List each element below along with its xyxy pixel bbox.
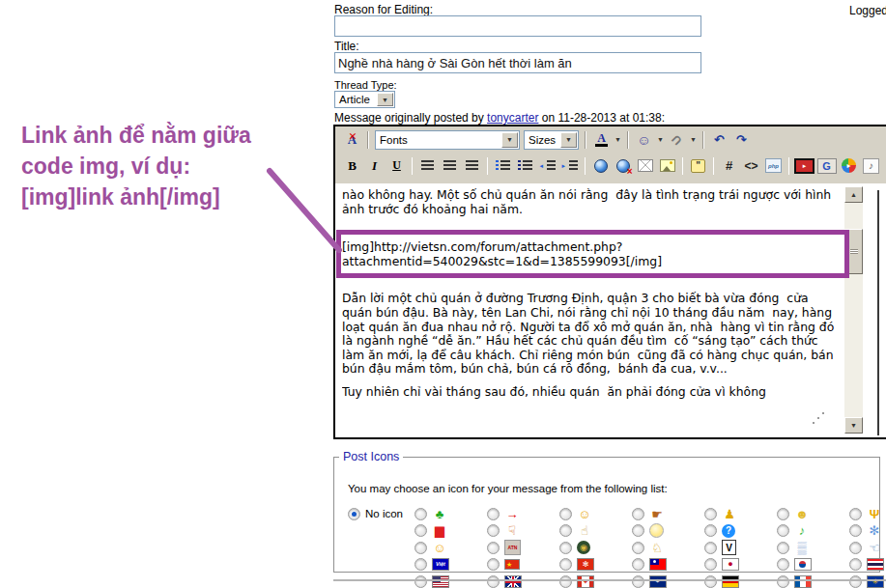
no-icon-radio[interactable] (348, 508, 360, 520)
post-icon-radio[interactable] (559, 575, 572, 588)
size-select[interactable]: Sizes▼ (524, 130, 579, 150)
post-icon-option[interactable]: ◉ (559, 540, 590, 555)
post-icon-radio[interactable] (632, 575, 644, 588)
post-icon-option[interactable]: Ψ (849, 506, 882, 521)
post-icon-option[interactable]: ● (704, 557, 739, 573)
post-icon-option[interactable]: ♟ (704, 506, 737, 521)
indent-button[interactable]: ▸ (559, 155, 580, 176)
bold-button[interactable]: B (342, 155, 362, 176)
underline-button[interactable]: U (386, 155, 407, 176)
unlink-button[interactable]: × (613, 155, 633, 176)
post-icon-option[interactable]: ☺ (414, 540, 447, 555)
remove-format-button[interactable]: A× (342, 129, 362, 150)
chevron-down-icon[interactable]: ▼ (501, 132, 518, 148)
post-icon-radio[interactable] (632, 558, 644, 571)
post-icon-radio[interactable] (414, 558, 427, 571)
post-icon-radio[interactable] (777, 508, 789, 520)
redo-button[interactable]: ↷ (731, 129, 752, 150)
post-icon-radio[interactable] (704, 558, 717, 571)
post-icon-option[interactable] (632, 523, 664, 539)
post-icon-radio[interactable] (849, 575, 862, 588)
title-input[interactable] (334, 52, 701, 73)
post-icon-radio[interactable] (487, 508, 500, 520)
scroll-down-icon[interactable]: ▼ (844, 417, 863, 434)
post-icon-option[interactable]: ☛ (632, 506, 665, 521)
no-icon-option[interactable]: No icon (348, 506, 403, 521)
post-icon-option[interactable]: ? (704, 523, 735, 539)
outdent-button[interactable]: ◂ (537, 155, 557, 176)
html-button[interactable]: <> (741, 155, 761, 176)
post-icon-option[interactable]: ATN (487, 540, 521, 555)
post-icon-option[interactable]: ♣ (414, 506, 447, 521)
attachment-button[interactable]: U (667, 129, 687, 150)
italic-button[interactable]: I (364, 155, 385, 176)
post-icon-radio[interactable] (704, 575, 717, 588)
align-center-button[interactable] (440, 155, 460, 176)
post-icon-radio[interactable] (487, 524, 500, 537)
post-icon-option[interactable]: ♘ (632, 540, 665, 555)
smilies-button[interactable]: ☺ (634, 129, 654, 150)
post-icon-radio[interactable] (704, 508, 717, 520)
post-icon-radio[interactable] (777, 524, 789, 537)
post-icon-radio[interactable] (777, 542, 789, 554)
resize-grip-icon[interactable] (813, 422, 815, 424)
editor-scrollbar[interactable]: ▲ ▼ (844, 186, 863, 434)
ordered-list-button[interactable] (493, 155, 513, 176)
music-button[interactable]: ♪ (861, 155, 881, 176)
unordered-list-button[interactable] (515, 155, 535, 176)
media-player-button[interactable] (839, 155, 859, 176)
font-color-dropdown[interactable]: ▼ (613, 129, 623, 150)
post-icon-option[interactable]: ▆ (414, 523, 447, 539)
post-icon-radio[interactable] (559, 508, 572, 520)
post-icon-option[interactable] (632, 557, 667, 573)
post-icon-option[interactable]: V (704, 540, 736, 555)
author-link[interactable]: tonycarter (487, 111, 538, 125)
php-button[interactable]: php (763, 155, 784, 176)
post-icon-radio[interactable] (849, 558, 862, 571)
insert-image-button[interactable] (657, 155, 677, 176)
google-video-button[interactable]: G (816, 155, 837, 176)
post-icon-option[interactable]: ♪ (777, 523, 810, 539)
post-icon-option[interactable] (777, 557, 812, 573)
chevron-down-icon[interactable]: ▼ (560, 132, 577, 148)
post-icon-radio[interactable] (849, 524, 862, 537)
post-icon-radio[interactable] (414, 508, 427, 520)
align-right-button[interactable] (462, 155, 482, 176)
quote-button[interactable]: " (688, 155, 708, 176)
attachment-dropdown[interactable]: ▼ (688, 129, 699, 150)
youtube-button[interactable]: ▸ (794, 155, 815, 176)
post-icon-radio[interactable] (559, 542, 572, 554)
post-icon-radio[interactable] (414, 542, 427, 554)
thread-type-select[interactable]: Article ▼ (334, 91, 395, 108)
post-icon-radio[interactable] (704, 524, 717, 537)
post-icon-radio[interactable] (849, 508, 862, 520)
post-icon-radio[interactable] (487, 542, 500, 554)
code-button[interactable]: # (719, 155, 739, 176)
post-icon-option[interactable]: ☜ (849, 540, 882, 555)
post-icon-option[interactable]: ✻ (559, 557, 594, 573)
post-icon-radio[interactable] (777, 575, 789, 588)
post-icon-option[interactable]: ▒ (777, 540, 810, 555)
reason-input[interactable] (334, 15, 701, 37)
post-icon-radio[interactable] (559, 558, 572, 571)
scroll-up-icon[interactable]: ▲ (844, 186, 863, 203)
post-icon-radio[interactable] (632, 508, 644, 520)
post-icon-radio[interactable] (487, 575, 500, 588)
post-icon-radio[interactable] (487, 558, 500, 571)
font-color-button[interactable]: A (591, 129, 612, 150)
post-icon-radio[interactable] (704, 542, 717, 554)
font-select[interactable]: Fonts▼ (375, 130, 520, 150)
post-icon-option[interactable]: ☻ (777, 506, 810, 521)
post-icon-option[interactable]: ✻ (849, 523, 882, 539)
post-icon-option[interactable]: ☟ (487, 523, 520, 539)
smilies-dropdown[interactable]: ▼ (655, 129, 666, 150)
post-icon-option[interactable] (849, 557, 884, 573)
post-icon-radio[interactable] (559, 524, 572, 537)
post-icon-radio[interactable] (414, 575, 427, 588)
insert-email-button[interactable] (635, 155, 655, 176)
post-icon-option[interactable]: Việt (414, 557, 449, 573)
post-icon-radio[interactable] (414, 524, 427, 537)
insert-link-button[interactable] (590, 155, 611, 176)
undo-button[interactable]: ↶ (709, 129, 729, 150)
align-left-button[interactable] (417, 155, 438, 176)
